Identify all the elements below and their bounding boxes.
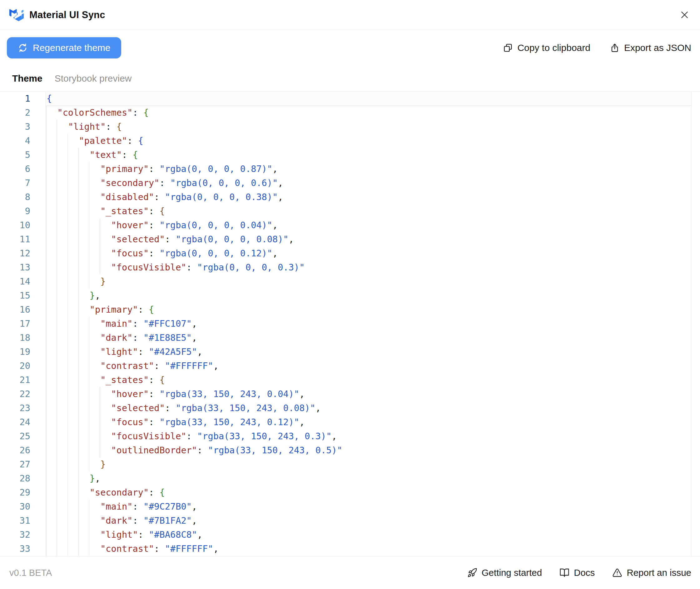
line-number: 4 xyxy=(0,134,46,148)
regenerate-theme-button[interactable]: Regenerate theme xyxy=(7,37,121,58)
code-line-content[interactable]: "focus": "rgba(33, 150, 243, 0.12)", xyxy=(46,415,691,429)
book-icon xyxy=(560,568,570,578)
code-line: 25 "focusVisible": "rgba(33, 150, 243, 0… xyxy=(0,429,700,443)
code-line-content[interactable]: "colorSchemes": { xyxy=(46,106,691,120)
code-line: 11 "selected": "rgba(0, 0, 0, 0.08)", xyxy=(0,232,700,246)
code-line-content[interactable]: "contrast": "#FFFFFF", xyxy=(46,359,691,373)
code-line: 22 "hover": "rgba(33, 150, 243, 0.04)", xyxy=(0,387,700,401)
line-number: 17 xyxy=(0,317,46,331)
code-line-content[interactable]: "focus": "rgba(0, 0, 0, 0.12)", xyxy=(46,246,691,260)
code-line-content[interactable]: "_states": { xyxy=(46,204,691,218)
code-line-content[interactable]: "_states": { xyxy=(46,373,691,387)
code-line: 32 "light": "#BA68C8", xyxy=(0,528,700,542)
line-number: 27 xyxy=(0,457,46,471)
copy-to-clipboard-label: Copy to clipboard xyxy=(517,42,590,53)
code-line-content[interactable]: "light": { xyxy=(46,120,691,134)
export-as-json-button[interactable]: Export as JSON xyxy=(610,42,691,53)
code-line: 23 "selected": "rgba(33, 150, 243, 0.08)… xyxy=(0,401,700,415)
version-badge: v0.1 BETA xyxy=(9,568,52,578)
line-number: 22 xyxy=(0,387,46,401)
line-number: 9 xyxy=(0,204,46,218)
report-an-issue-label: Report an issue xyxy=(627,567,691,578)
code-line-content[interactable]: } xyxy=(46,457,691,471)
close-icon xyxy=(679,10,690,20)
plugin-window: Material UI Sync Regenerate theme xyxy=(0,0,700,589)
code-line-content[interactable]: } xyxy=(46,274,691,288)
line-number: 26 xyxy=(0,443,46,457)
code-line: 30 "main": "#9C27B0", xyxy=(0,500,700,514)
code-line: 9 "_states": { xyxy=(0,204,700,218)
code-line-content[interactable]: }, xyxy=(46,288,691,303)
code-line-content[interactable]: "primary": "rgba(0, 0, 0, 0.87)", xyxy=(46,162,691,176)
code-line-content[interactable]: "secondary": "rgba(0, 0, 0, 0.6)", xyxy=(46,176,691,190)
line-number: 29 xyxy=(0,485,46,500)
line-number: 15 xyxy=(0,288,46,303)
code-line-content[interactable]: "disabled": "rgba(0, 0, 0, 0.38)", xyxy=(46,190,691,204)
code-line: 33 "contrast": "#FFFFFF", xyxy=(0,542,700,556)
sync-icon xyxy=(17,42,28,53)
footer-links: Getting started Docs Report an issue xyxy=(467,567,691,578)
code-line: 20 "contrast": "#FFFFFF", xyxy=(0,359,700,373)
code-line: 12 "focus": "rgba(0, 0, 0, 0.12)", xyxy=(0,246,700,260)
docs-label: Docs xyxy=(574,567,595,578)
line-number: 20 xyxy=(0,359,46,373)
tab-theme[interactable]: Theme xyxy=(12,73,42,84)
code-line: 2 "colorSchemes": { xyxy=(0,106,700,120)
tab-storybook-preview[interactable]: Storybook preview xyxy=(55,73,132,84)
code-line-content[interactable]: "primary": { xyxy=(46,303,691,317)
line-number: 24 xyxy=(0,415,46,429)
code-line-content[interactable]: "secondary": { xyxy=(46,485,691,500)
code-line-content[interactable]: "light": "#BA68C8", xyxy=(46,528,691,542)
code-line: 4 "palette": { xyxy=(0,134,700,148)
code-line-content[interactable]: "palette": { xyxy=(46,134,691,148)
header: Material UI Sync xyxy=(0,0,700,30)
code-line-content[interactable]: "main": "#FFC107", xyxy=(46,317,691,331)
footer: v0.1 BETA Getting started Docs xyxy=(0,556,700,589)
code-line-content[interactable]: "contrast": "#FFFFFF", xyxy=(46,542,691,556)
report-an-issue-link[interactable]: Report an issue xyxy=(612,567,691,578)
line-number: 12 xyxy=(0,246,46,260)
export-as-json-label: Export as JSON xyxy=(624,42,691,53)
code-line: 13 "focusVisible": "rgba(0, 0, 0, 0.3)" xyxy=(0,260,700,274)
code-line: 15 }, xyxy=(0,288,700,303)
line-number: 10 xyxy=(0,218,46,232)
warning-triangle-icon xyxy=(612,568,622,578)
close-button[interactable] xyxy=(678,8,691,22)
code-line-content[interactable]: { xyxy=(46,91,691,106)
code-line: 6 "primary": "rgba(0, 0, 0, 0.87)", xyxy=(0,162,700,176)
getting-started-link[interactable]: Getting started xyxy=(467,567,542,578)
code-line-content[interactable]: "hover": "rgba(0, 0, 0, 0.04)", xyxy=(46,218,691,232)
code-editor[interactable]: 1{2 "colorSchemes": {3 "light": {4 "pale… xyxy=(0,91,700,556)
code-line: 21 "_states": { xyxy=(0,373,700,387)
line-number: 28 xyxy=(0,471,46,485)
code-line-content[interactable]: "dark": "#1E88E5", xyxy=(46,331,691,345)
code-line-content[interactable]: "focusVisible": "rgba(33, 150, 243, 0.3)… xyxy=(46,429,691,443)
code-line-content[interactable]: "selected": "rgba(33, 150, 243, 0.08)", xyxy=(46,401,691,415)
line-number: 2 xyxy=(0,106,46,120)
code-line-content[interactable]: "selected": "rgba(0, 0, 0, 0.08)", xyxy=(46,232,691,246)
code-line-content[interactable]: "hover": "rgba(33, 150, 243, 0.04)", xyxy=(46,387,691,401)
code-line: 29 "secondary": { xyxy=(0,485,700,500)
line-number: 6 xyxy=(0,162,46,176)
line-number: 30 xyxy=(0,500,46,514)
line-number: 14 xyxy=(0,274,46,288)
code-line: 31 "dark": "#7B1FA2", xyxy=(0,514,700,528)
line-number: 32 xyxy=(0,528,46,542)
code-line-content[interactable]: "text": { xyxy=(46,148,691,162)
docs-link[interactable]: Docs xyxy=(560,567,595,578)
line-number: 1 xyxy=(0,91,46,106)
code-line-content[interactable]: "focusVisible": "rgba(0, 0, 0, 0.3)" xyxy=(46,260,691,274)
code-line: 18 "dark": "#1E88E5", xyxy=(0,331,700,345)
code-line-content[interactable]: "dark": "#7B1FA2", xyxy=(46,514,691,528)
toolbar: Regenerate theme Copy to clipboard Expor… xyxy=(0,30,700,66)
tab-bar: Theme Storybook preview xyxy=(0,66,700,91)
code-line: 14 } xyxy=(0,274,700,288)
copy-to-clipboard-button[interactable]: Copy to clipboard xyxy=(503,42,590,53)
code-line-content[interactable]: "main": "#9C27B0", xyxy=(46,500,691,514)
code-line-content[interactable]: }, xyxy=(46,471,691,485)
code-line: 8 "disabled": "rgba(0, 0, 0, 0.38)", xyxy=(0,190,700,204)
line-number: 13 xyxy=(0,260,46,274)
code-line-content[interactable]: "light": "#42A5F5", xyxy=(46,345,691,359)
line-number: 7 xyxy=(0,176,46,190)
code-line-content[interactable]: "outlinedBorder": "rgba(33, 150, 243, 0.… xyxy=(46,443,691,457)
